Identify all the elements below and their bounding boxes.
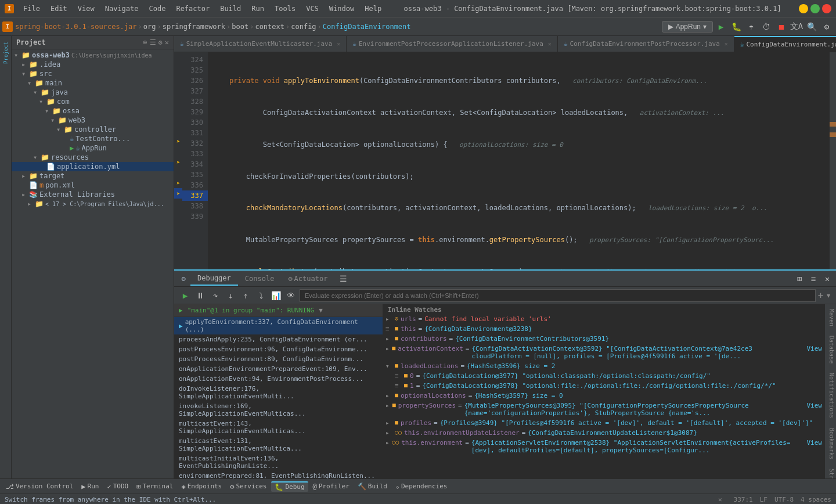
frame-3[interactable]: postProcessEnvironment:89, ConfigDataEnv… xyxy=(174,354,383,364)
filter-icon[interactable]: ▼ xyxy=(319,307,323,314)
apprun-button[interactable]: ▶ AppRun ▾ xyxy=(662,21,713,33)
menu-refactor[interactable]: Refactor xyxy=(171,3,214,14)
tab-close-0[interactable]: ✕ xyxy=(337,41,340,47)
watch-propertySources[interactable]: ▸ ■ propertySources = {MutablePropertySo… xyxy=(383,401,824,418)
watch-environmentUpdateListener[interactable]: ▸ ○○ this.environmentUpdateListener = {C… xyxy=(383,428,824,438)
settings-sidebar-icon[interactable]: ⚙ xyxy=(158,38,163,46)
bottom-build[interactable]: 🔨 Build xyxy=(354,482,391,491)
bottom-terminal[interactable]: ⊞ Terminal xyxy=(133,482,176,491)
watch-expand-this[interactable]: ≡ xyxy=(385,325,392,333)
tab-EnvironmentPostProcessor[interactable]: ☕ EnvironmentPostProcessorApplicationLis… xyxy=(347,36,558,52)
step-into-button[interactable]: ↓ xyxy=(224,289,237,302)
frame-10[interactable]: multicastInitialEvent:136, EventPublishi… xyxy=(174,453,383,471)
watch-urls[interactable]: ▸ ⊘ urls = Cannot find local variable 'u… xyxy=(383,314,824,324)
menu-build[interactable]: Build xyxy=(215,3,246,14)
menu-help[interactable]: Help xyxy=(360,3,386,14)
watch-this[interactable]: ≡ ■ this = {ConfigDataEnvironment@3238} xyxy=(383,324,824,334)
watch-expand-profiles[interactable]: ▸ xyxy=(385,419,392,427)
tree-web3[interactable]: ▾ 📁 web3 xyxy=(12,116,174,125)
bottom-todo[interactable]: ✓ TODO xyxy=(103,482,132,491)
structure-tool[interactable]: Structure xyxy=(825,464,836,478)
menu-run[interactable]: Run xyxy=(247,3,269,14)
resume-button[interactable]: ▶ xyxy=(179,289,192,302)
status-dismiss[interactable]: ✕ xyxy=(718,496,722,503)
close-button[interactable] xyxy=(822,4,831,13)
eval-input[interactable] xyxy=(300,289,816,302)
watch-loadedLocations-1[interactable]: ≡ ■ 1 = {ConfigDataLocation@3978} "optio… xyxy=(383,381,824,391)
menu-vcs[interactable]: VCS xyxy=(301,3,323,14)
pause-button[interactable]: ⏸ xyxy=(194,289,207,302)
debug-tab-debugger[interactable]: Debugger xyxy=(190,272,238,286)
breadcrumb-boot[interactable]: boot xyxy=(232,23,248,31)
eval-dropdown-icon[interactable]: ▾ xyxy=(826,290,831,301)
tree-pomxml[interactable]: 📄 m pom.xml xyxy=(12,181,174,190)
tree-java[interactable]: ▾ 📁 java xyxy=(12,88,174,97)
tab-SimpleApplicationEventMulticaster[interactable]: ☕ SimpleApplicationEventMulticaster.java… xyxy=(174,36,347,52)
debug-more-icon[interactable]: ≡ xyxy=(807,272,820,285)
frame-9[interactable]: multicastEvent:131, SimpleApplicationEve… xyxy=(174,436,383,453)
stop-button[interactable]: ■ xyxy=(774,20,788,34)
code-content[interactable]: private void applyToEnvironment(ConfigDa… xyxy=(208,52,829,269)
settings-toolbar-button[interactable]: ⚙ xyxy=(820,20,834,34)
view-link-propertySources[interactable]: View xyxy=(807,402,823,409)
debug-settings-icon[interactable]: ⚙ xyxy=(176,272,190,286)
step-out-button[interactable]: ↑ xyxy=(239,289,252,302)
tree-testcontrol[interactable]: ☕ TestContro... xyxy=(12,134,174,143)
maven-tool[interactable]: Maven xyxy=(825,304,836,331)
tree-apprun[interactable]: ▶ ☕ AppRun xyxy=(12,143,174,153)
tree-target[interactable]: ▸ 📁 target xyxy=(12,171,174,181)
bottom-services[interactable]: ⚙ Services xyxy=(226,482,270,491)
frame-7[interactable]: invokeListener:169, SimpleApplicationEve… xyxy=(174,401,383,419)
tree-ossa[interactable]: ▾ 📁 ossa xyxy=(12,106,174,116)
menu-file[interactable]: File xyxy=(19,3,45,14)
tab-ConfigDataEnvironment[interactable]: ☕ ConfigDataEnvironment.java ✕ xyxy=(734,36,836,52)
add-icon[interactable]: ⊕ xyxy=(143,38,147,46)
bookmarks-tool[interactable]: Bookmarks xyxy=(825,423,836,464)
frame-0[interactable]: ▶ applyToEnvironment:337, ConfigDataEnvi… xyxy=(174,317,383,334)
menu-tools[interactable]: Tools xyxy=(270,3,300,14)
menu-edit[interactable]: Edit xyxy=(46,3,72,14)
watch-contributors[interactable]: ▸ ■ contributors = {ConfigDataEnvironmen… xyxy=(383,334,824,344)
breadcrumb-org[interactable]: org xyxy=(143,23,156,31)
debug-button[interactable]: 🐛 xyxy=(729,20,743,34)
bottom-profiler[interactable]: @ Profiler xyxy=(309,482,353,491)
watch-expand-contributors[interactable]: ▸ xyxy=(385,335,392,343)
run-button[interactable]: ▶ xyxy=(714,20,728,34)
watch-expand-eul[interactable]: ▸ xyxy=(385,429,392,437)
frame-5[interactable]: onApplicationEvent:94, EnvironmentPostPr… xyxy=(174,374,383,384)
tab-close-1[interactable]: ✕ xyxy=(548,41,552,47)
coverage-button[interactable]: ☂ xyxy=(744,20,758,34)
evaluate-expr-button[interactable]: 📊 xyxy=(269,289,282,302)
breadcrumb-springframework[interactable]: springframework xyxy=(163,23,225,31)
watch-loadedLocations-0[interactable]: ≡ ■ 0 = {ConfigDataLocation@3977} "optio… xyxy=(383,371,824,381)
breadcrumb-current[interactable]: ConfigDataEnvironment xyxy=(323,23,411,31)
tree-main[interactable]: ▾ 📁 main xyxy=(12,78,174,88)
list-icon[interactable]: ☰ xyxy=(150,38,156,46)
watch-loadedLocations[interactable]: ▾ ■ loadedLocations = {HashSet@3596} siz… xyxy=(383,361,824,371)
minimize-button[interactable] xyxy=(799,4,808,13)
debug-restore-layout[interactable]: ⊞ xyxy=(793,272,806,285)
breadcrumb-jar[interactable]: spring-boot-3.0.1-sources.jar xyxy=(15,23,137,31)
watch-expand-env[interactable]: ▸ xyxy=(385,439,390,447)
view-link-activationContext[interactable]: View xyxy=(807,345,823,352)
close-sidebar-icon[interactable]: ✕ xyxy=(165,38,169,46)
frame-4[interactable]: onApplicationEnvironmentPreparedEvent:10… xyxy=(174,364,383,374)
tree-idea[interactable]: ▸ 📁 .idea xyxy=(12,60,174,69)
menu-code[interactable]: Code xyxy=(145,3,171,14)
watch-profiles[interactable]: ▸ ■ profiles = {Profiles@3949} "[Profile… xyxy=(383,418,824,428)
translate-button[interactable]: 文A xyxy=(790,20,803,34)
bottom-debug[interactable]: 🐛 Debug xyxy=(271,481,308,492)
breadcrumb-config[interactable]: config xyxy=(291,23,316,31)
tree-src[interactable]: ▾ 📁 src xyxy=(12,69,174,78)
watch-expand-optionalLocations[interactable]: ▸ xyxy=(385,392,392,399)
show-values-button[interactable]: 👁 xyxy=(284,289,297,302)
run-to-cursor-button[interactable]: ⤵ xyxy=(254,289,267,302)
watch-expand-ll-0[interactable]: ≡ xyxy=(395,372,402,380)
search-toolbar-button[interactable]: 🔍 xyxy=(805,20,819,34)
tab-close-2[interactable]: ✕ xyxy=(725,41,728,47)
step-over-button[interactable]: ↷ xyxy=(209,289,222,302)
frame-1[interactable]: processAndApply:235, ConfigDataEnvironme… xyxy=(174,334,383,344)
project-sidebar-toggle[interactable]: Project xyxy=(2,38,10,67)
watch-environment[interactable]: ▸ ○○ this.environment = {ApplicationServ… xyxy=(383,438,824,455)
tree-appyml[interactable]: 📄 application.yml xyxy=(12,162,174,171)
